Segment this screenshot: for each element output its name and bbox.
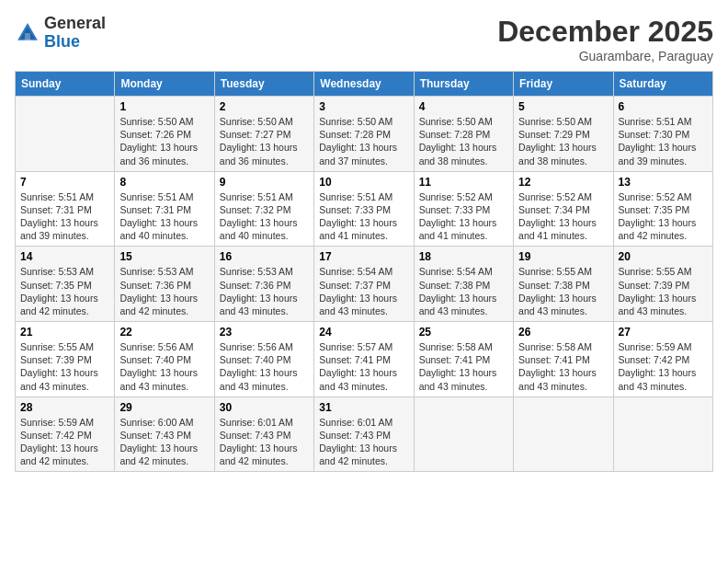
calendar-week-row: 1Sunrise: 5:50 AMSunset: 7:26 PMDaylight…	[16, 97, 713, 172]
cell-info: Sunrise: 5:50 AMSunset: 7:29 PMDaylight:…	[518, 116, 597, 167]
cell-info: Sunrise: 5:56 AMSunset: 7:40 PMDaylight:…	[119, 341, 198, 392]
day-number: 3	[319, 100, 408, 113]
cell-info: Sunrise: 5:51 AMSunset: 7:31 PMDaylight:…	[20, 191, 98, 242]
cell-info: Sunrise: 5:54 AMSunset: 7:37 PMDaylight:…	[319, 266, 397, 316]
day-number: 8	[119, 176, 209, 189]
calendar-cell: 13Sunrise: 5:52 AMSunset: 7:35 PMDayligh…	[613, 171, 712, 247]
calendar-week-row: 7Sunrise: 5:51 AMSunset: 7:31 PMDaylight…	[16, 171, 713, 247]
day-number: 4	[419, 100, 508, 113]
calendar-cell: 4Sunrise: 5:50 AMSunset: 7:28 PMDaylight…	[414, 97, 513, 172]
calendar-cell: 26Sunrise: 5:58 AMSunset: 7:41 PMDayligh…	[514, 322, 613, 397]
day-number: 14	[20, 250, 109, 263]
cell-info: Sunrise: 5:54 AMSunset: 7:38 PMDaylight:…	[419, 266, 497, 316]
title-block: December 2025 Guarambare, Paraguay	[497, 15, 713, 63]
calendar-cell: 17Sunrise: 5:54 AMSunset: 7:37 PMDayligh…	[314, 247, 414, 322]
calendar-cell: 28Sunrise: 5:59 AMSunset: 7:42 PMDayligh…	[16, 396, 115, 472]
calendar-cell: 30Sunrise: 6:01 AMSunset: 7:43 PMDayligh…	[214, 396, 313, 472]
day-number: 10	[319, 176, 408, 189]
calendar-week-row: 21Sunrise: 5:55 AMSunset: 7:39 PMDayligh…	[16, 322, 713, 397]
logo-icon	[15, 20, 40, 46]
calendar-cell: 3Sunrise: 5:50 AMSunset: 7:28 PMDaylight…	[314, 97, 414, 172]
calendar-cell: 12Sunrise: 5:52 AMSunset: 7:34 PMDayligh…	[514, 171, 613, 247]
column-header-sunday: Sunday	[16, 72, 115, 97]
month-title: December 2025	[497, 15, 713, 49]
calendar-cell: 24Sunrise: 5:57 AMSunset: 7:41 PMDayligh…	[314, 322, 414, 397]
logo-general-text: General	[44, 14, 106, 32]
cell-info: Sunrise: 6:01 AMSunset: 7:43 PMDaylight:…	[220, 417, 298, 467]
calendar-cell: 19Sunrise: 5:55 AMSunset: 7:38 PMDayligh…	[514, 247, 613, 322]
day-number: 9	[220, 176, 309, 189]
column-header-saturday: Saturday	[613, 72, 712, 97]
day-number: 31	[319, 401, 408, 414]
day-number: 5	[518, 100, 608, 113]
day-number: 21	[20, 326, 109, 339]
day-number: 13	[619, 176, 708, 189]
day-number: 29	[119, 401, 209, 414]
column-header-thursday: Thursday	[414, 72, 513, 97]
day-number: 28	[20, 401, 109, 414]
cell-info: Sunrise: 5:50 AMSunset: 7:26 PMDaylight:…	[119, 116, 198, 167]
cell-info: Sunrise: 5:51 AMSunset: 7:31 PMDaylight:…	[119, 191, 198, 242]
logo-blue-text: Blue	[44, 32, 80, 51]
column-header-wednesday: Wednesday	[314, 72, 414, 97]
cell-info: Sunrise: 5:53 AMSunset: 7:36 PMDaylight:…	[119, 266, 198, 316]
day-number: 16	[220, 250, 309, 263]
location-text: Guarambare, Paraguay	[497, 49, 713, 63]
svg-rect-2	[25, 33, 30, 40]
cell-info: Sunrise: 5:53 AMSunset: 7:36 PMDaylight:…	[220, 266, 298, 316]
calendar-cell: 16Sunrise: 5:53 AMSunset: 7:36 PMDayligh…	[214, 247, 313, 322]
calendar-cell	[514, 396, 613, 472]
day-number: 30	[220, 401, 309, 414]
cell-info: Sunrise: 5:58 AMSunset: 7:41 PMDaylight:…	[518, 341, 597, 392]
calendar-week-row: 14Sunrise: 5:53 AMSunset: 7:35 PMDayligh…	[16, 247, 713, 322]
column-header-monday: Monday	[115, 72, 214, 97]
calendar-cell: 21Sunrise: 5:55 AMSunset: 7:39 PMDayligh…	[16, 322, 115, 397]
cell-info: Sunrise: 5:52 AMSunset: 7:34 PMDaylight:…	[518, 191, 597, 242]
day-number: 24	[319, 326, 408, 339]
cell-info: Sunrise: 5:55 AMSunset: 7:38 PMDaylight:…	[518, 266, 597, 316]
day-number: 15	[119, 250, 209, 263]
cell-info: Sunrise: 5:57 AMSunset: 7:41 PMDaylight:…	[319, 341, 397, 392]
cell-info: Sunrise: 5:51 AMSunset: 7:32 PMDaylight:…	[220, 191, 298, 242]
day-number: 18	[419, 250, 508, 263]
cell-info: Sunrise: 5:55 AMSunset: 7:39 PMDaylight:…	[619, 266, 697, 316]
cell-info: Sunrise: 5:51 AMSunset: 7:33 PMDaylight:…	[319, 191, 397, 242]
calendar-table: SundayMondayTuesdayWednesdayThursdayFrid…	[15, 71, 713, 472]
calendar-cell: 23Sunrise: 5:56 AMSunset: 7:40 PMDayligh…	[214, 322, 313, 397]
cell-info: Sunrise: 6:00 AMSunset: 7:43 PMDaylight:…	[119, 417, 198, 467]
calendar-cell: 14Sunrise: 5:53 AMSunset: 7:35 PMDayligh…	[16, 247, 115, 322]
calendar-cell: 6Sunrise: 5:51 AMSunset: 7:30 PMDaylight…	[613, 97, 712, 172]
cell-info: Sunrise: 5:52 AMSunset: 7:35 PMDaylight:…	[619, 191, 697, 242]
day-number: 23	[220, 326, 309, 339]
day-number: 1	[119, 100, 209, 113]
day-number: 26	[518, 326, 608, 339]
calendar-header-row: SundayMondayTuesdayWednesdayThursdayFrid…	[16, 72, 713, 97]
calendar-cell: 20Sunrise: 5:55 AMSunset: 7:39 PMDayligh…	[613, 247, 712, 322]
day-number: 22	[119, 326, 209, 339]
cell-info: Sunrise: 5:50 AMSunset: 7:28 PMDaylight:…	[419, 116, 497, 167]
calendar-cell: 2Sunrise: 5:50 AMSunset: 7:27 PMDaylight…	[214, 97, 313, 172]
cell-info: Sunrise: 5:51 AMSunset: 7:30 PMDaylight:…	[619, 116, 697, 167]
column-header-friday: Friday	[514, 72, 613, 97]
calendar-cell: 27Sunrise: 5:59 AMSunset: 7:42 PMDayligh…	[613, 322, 712, 397]
calendar-cell: 7Sunrise: 5:51 AMSunset: 7:31 PMDaylight…	[16, 171, 115, 247]
day-number: 17	[319, 250, 408, 263]
calendar-cell: 9Sunrise: 5:51 AMSunset: 7:32 PMDaylight…	[214, 171, 313, 247]
cell-info: Sunrise: 5:56 AMSunset: 7:40 PMDaylight:…	[220, 341, 298, 392]
cell-info: Sunrise: 5:59 AMSunset: 7:42 PMDaylight:…	[619, 341, 697, 392]
cell-info: Sunrise: 6:01 AMSunset: 7:43 PMDaylight:…	[319, 417, 397, 467]
calendar-cell: 31Sunrise: 6:01 AMSunset: 7:43 PMDayligh…	[314, 396, 414, 472]
page-header: General Blue December 2025 Guarambare, P…	[15, 15, 713, 63]
calendar-cell	[613, 396, 712, 472]
calendar-cell: 8Sunrise: 5:51 AMSunset: 7:31 PMDaylight…	[115, 171, 214, 247]
day-number: 12	[518, 176, 608, 189]
calendar-cell: 18Sunrise: 5:54 AMSunset: 7:38 PMDayligh…	[414, 247, 513, 322]
day-number: 2	[220, 100, 309, 113]
cell-info: Sunrise: 5:58 AMSunset: 7:41 PMDaylight:…	[419, 341, 497, 392]
calendar-cell: 5Sunrise: 5:50 AMSunset: 7:29 PMDaylight…	[514, 97, 613, 172]
cell-info: Sunrise: 5:50 AMSunset: 7:28 PMDaylight:…	[319, 116, 397, 167]
calendar-cell: 25Sunrise: 5:58 AMSunset: 7:41 PMDayligh…	[414, 322, 513, 397]
calendar-cell: 11Sunrise: 5:52 AMSunset: 7:33 PMDayligh…	[414, 171, 513, 247]
calendar-cell: 22Sunrise: 5:56 AMSunset: 7:40 PMDayligh…	[115, 322, 214, 397]
calendar-cell	[16, 97, 115, 172]
